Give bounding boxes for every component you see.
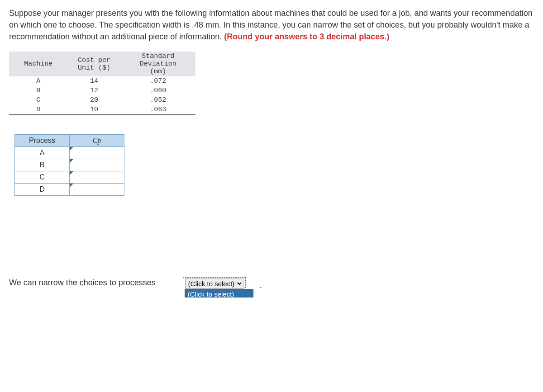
answer-row: D [15,184,124,196]
col-cp: Cp [70,135,124,147]
cp-input-c[interactable] [70,171,124,184]
process-label: D [15,184,70,196]
answer-row: B [15,159,124,171]
narrow-choices-row: We can narrow the choices to processes (… [9,277,534,290]
col-cost: Cost perUnit ($) [68,52,121,76]
machine-data-table: Machine Cost perUnit ($) Standard Deviat… [9,52,195,115]
table-row: D 10 .063 [9,105,195,115]
rounding-instruction: (Round your answers to 3 decimal places.… [224,32,389,41]
process-label: A [15,147,70,159]
process-label: B [15,159,70,171]
answer-row: A [15,147,124,159]
narrow-choices-text: We can narrow the choices to processes [9,277,156,288]
input-corner-icon [70,171,73,175]
cp-input-d[interactable] [70,184,124,196]
answer-row: C [15,171,124,184]
question-prompt: Suppose your manager presents you with t… [9,7,534,43]
narrow-choices-dropdown-list: (Click to select) C and D B and D A and … [185,289,253,298]
table-row: A 14 .072 [9,76,195,86]
col-machine: Machine [9,52,68,76]
input-corner-icon [70,159,73,163]
narrow-choices-select[interactable]: (Click to select) [185,279,243,289]
process-label: C [15,171,70,184]
sentence-period: . [260,281,262,290]
col-sd: Standard Deviation(mm) [120,52,195,76]
input-corner-icon [70,184,73,187]
table-row: B 12 .060 [9,86,195,95]
cp-input-b[interactable] [70,159,124,171]
table-row: C 20 .052 [9,95,195,105]
answer-table: Process Cp A B C D [14,134,124,196]
dropdown-option[interactable]: (Click to select) [185,289,253,298]
input-corner-icon [70,147,73,151]
col-process: Process [15,135,70,147]
narrow-choices-select-wrap: (Click to select) [183,277,246,290]
cp-input-a[interactable] [70,147,124,159]
